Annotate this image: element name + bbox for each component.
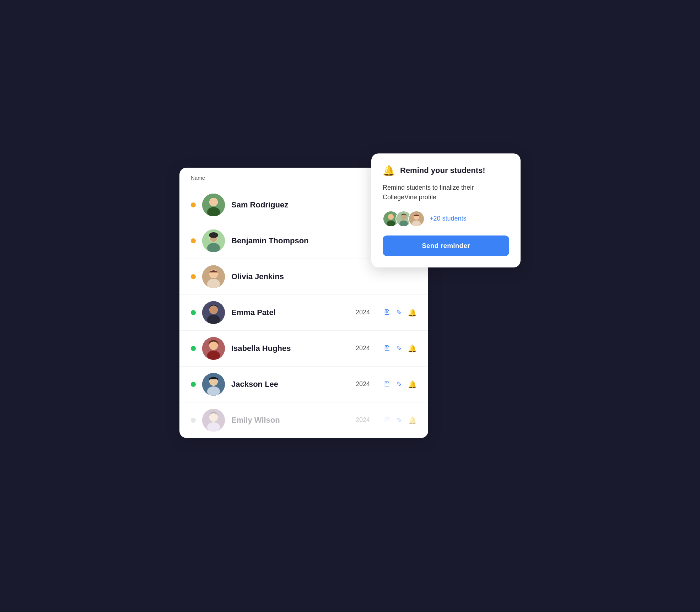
row-actions: 🖹 ✎ 🔔 (383, 308, 417, 317)
bell-icon[interactable]: 🔔 (408, 344, 417, 353)
mini-avatar (408, 211, 425, 227)
edit-icon[interactable]: ✎ (396, 380, 402, 389)
avatar (202, 194, 225, 216)
students-count-label: +20 students (430, 215, 467, 222)
document-icon[interactable]: 🖹 (383, 380, 391, 388)
name-column-header: Name (191, 175, 205, 181)
avatar (202, 409, 225, 432)
grad-year: 2024 (356, 345, 377, 352)
send-reminder-button[interactable]: Send reminder (383, 235, 509, 256)
student-name: Olivia Jenkins (231, 272, 417, 281)
reminder-header: 🔔 Remind your students! (383, 165, 509, 177)
document-icon[interactable]: 🖹 (383, 308, 391, 316)
student-row: Emily Wilson 2024 🖹 ✎ 🔔 (179, 402, 428, 438)
main-scene: Name Sam Rodriguez (179, 153, 521, 459)
status-dot-yellow (191, 202, 196, 207)
avatar (202, 229, 225, 252)
student-name: Isabella Hughes (231, 344, 349, 353)
student-name: Emily Wilson (231, 416, 349, 425)
row-actions: 🖹 ✎ 🔔 (383, 344, 417, 353)
status-dot-green (191, 346, 196, 351)
status-dot-yellow (191, 274, 196, 279)
bell-icon-large: 🔔 (383, 165, 395, 177)
student-row: Emma Patel 2024 🖹 ✎ 🔔 (179, 295, 428, 331)
student-row: Jackson Lee 2024 🖹 ✎ 🔔 (179, 367, 428, 402)
edit-icon[interactable]: ✎ (396, 416, 402, 424)
svg-point-28 (210, 413, 217, 421)
row-actions: 🖹 ✎ 🔔 (383, 380, 417, 389)
reminder-popup-card: 🔔 Remind your students! Remind students … (371, 153, 521, 267)
grad-year: 2024 (356, 416, 377, 424)
svg-point-3 (210, 198, 217, 206)
avatar (202, 337, 225, 360)
avatar (202, 265, 225, 288)
students-preview: +20 students (383, 211, 509, 227)
reminder-description: Remind students to finalize their Colleg… (383, 183, 509, 202)
edit-icon[interactable]: ✎ (396, 308, 402, 317)
avatar (202, 301, 225, 324)
grad-year: 2024 (356, 380, 377, 388)
svg-point-20 (210, 342, 217, 350)
svg-point-16 (210, 306, 217, 314)
student-row: Isabella Hughes 2024 🖹 ✎ 🔔 (179, 331, 428, 367)
student-name: Jackson Lee (231, 380, 349, 389)
reminder-title: Remind your students! (400, 166, 485, 175)
svg-point-30 (388, 214, 394, 220)
status-dot-gray (191, 418, 196, 423)
status-dot-green (191, 382, 196, 387)
status-dot-yellow (191, 238, 196, 243)
bell-icon[interactable]: 🔔 (408, 380, 417, 389)
status-dot-green (191, 310, 196, 315)
bell-icon[interactable]: 🔔 (408, 308, 417, 317)
grad-year: 2024 (356, 309, 377, 316)
row-actions: 🖹 ✎ 🔔 (383, 416, 417, 424)
avatar (202, 373, 225, 396)
student-name: Emma Patel (231, 308, 349, 317)
avatar-stack (383, 211, 425, 227)
document-icon[interactable]: 🖹 (383, 416, 391, 424)
bell-icon[interactable]: 🔔 (408, 416, 417, 424)
edit-icon[interactable]: ✎ (396, 344, 402, 353)
svg-point-8 (209, 232, 218, 238)
document-icon[interactable]: 🖹 (383, 344, 391, 352)
